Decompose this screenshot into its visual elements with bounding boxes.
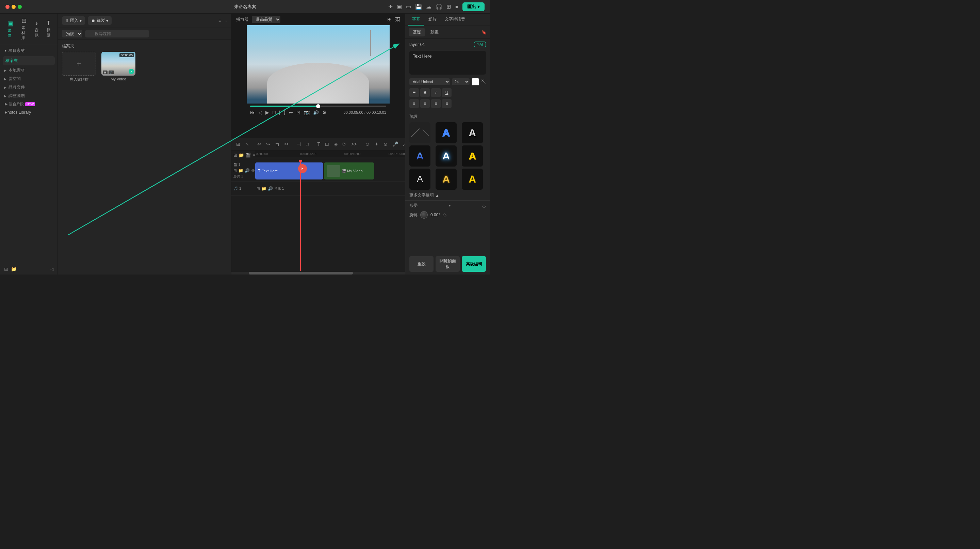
add-media-item[interactable]: + 導入媒體檔 [62,52,96,82]
tl-crop-button[interactable]: ⊡ [324,140,331,147]
add-track-icon-button[interactable]: ⊞ [234,153,237,158]
tl-undo-button[interactable]: ↩ [256,140,263,147]
add-video-icon-button[interactable]: 🎬 [245,153,251,158]
save-icon[interactable]: 💾 [415,3,422,10]
sidebar-item-compound[interactable]: ▶ 複合片段 NEW [0,100,57,108]
align-justify-button[interactable]: ≡ [442,99,452,108]
tl-magic-button[interactable]: ✦ [373,140,380,147]
columns-btn[interactable]: ≣ [409,88,419,97]
filter-list-icon[interactable]: ≡ [218,18,221,23]
profile-icon[interactable]: ● [455,4,458,10]
tl-scrollbar-thumb[interactable] [249,272,353,274]
add-audio-icon-button[interactable]: 📁 [239,153,244,158]
toolbar-audio[interactable]: ♪ 音訊 [30,18,43,39]
track-volume-icon[interactable]: 🔊 [245,168,250,173]
monitor-icon[interactable]: ▭ [406,3,411,10]
record-button[interactable]: ⏺ 錄製 ▾ [88,16,111,25]
audio-add-icon[interactable]: ⊞ [256,186,260,191]
underline-button[interactable]: U [442,88,452,97]
preset-a6[interactable]: A [409,169,430,190]
video-media-item[interactable]: 00:00:05 ▣ 🎵 ✓ My Video [102,52,135,82]
toolbar-library[interactable]: ⊞ 素材庫 [18,16,30,42]
more-options-icon[interactable]: ··· [224,18,227,23]
cloud-icon[interactable]: ☁ [426,3,431,10]
sidebar-collapse-icon[interactable]: ▾ [5,49,6,53]
eyedropper-button[interactable]: ⛏ [481,79,486,85]
photo-icon[interactable]: 🖼 [395,16,400,22]
italic-button[interactable]: I [431,88,441,97]
text-preview-box[interactable]: Text Here [409,51,486,75]
tl-cut-button[interactable]: ✂ [283,140,290,147]
track-add-icon[interactable]: ⊞ [234,168,237,173]
bookmark-icon[interactable]: 🔖 [482,30,487,35]
sidebar-item-local[interactable]: ▶ 本地素材 [0,66,57,75]
align-right-button[interactable]: ≡ [431,99,441,108]
sidebar-item-adjust[interactable]: ▶ 調整圖層 [0,92,57,100]
preset-none[interactable] [409,122,430,144]
audio-folder-icon[interactable]: 📁 [261,186,266,191]
search-input[interactable] [85,30,149,37]
more-options-row[interactable]: 更多文字選項 ▲ [405,191,490,199]
tl-split-button[interactable]: ⊣ [295,140,302,147]
subtitles-icon[interactable]: ▣ [397,3,402,10]
keyframe-panel-button[interactable]: 關鍵幀面板 [436,256,460,272]
tl-mask-button[interactable]: ◈ [332,140,339,147]
preset-a5[interactable]: A [462,145,483,166]
volume-button[interactable]: 🔊 [313,110,319,115]
tab-subtitles[interactable]: 字幕 [408,14,424,26]
quality-select[interactable]: 最高品質 [252,16,280,23]
step-back-button[interactable]: ⏮ [250,110,255,115]
sidebar-item-photos[interactable]: Photos Library [0,108,57,117]
tl-delete-button[interactable]: 🗑 [274,140,281,147]
video-clip[interactable]: 🎬 My Video [324,163,374,179]
tl-reverse-button[interactable]: ⟳ [341,140,348,147]
maximize-button[interactable] [18,5,22,9]
font-select[interactable]: Arial Unicod [409,78,450,85]
headphones-icon[interactable]: 🎧 [436,3,442,10]
mark-in-button[interactable]: { [279,110,280,115]
tl-text-button[interactable]: T [316,140,322,147]
import-button[interactable]: ⬆ 匯入 ▾ [62,16,85,25]
playhead[interactable] [300,160,301,271]
stop-button[interactable]: □ [272,110,275,115]
close-button[interactable] [5,5,10,9]
snapshot-button[interactable]: 📷 [304,110,310,115]
progress-bar[interactable] [250,105,386,107]
video-thumb[interactable]: 00:00:05 ▣ 🎵 ✓ [102,52,135,76]
settings-button[interactable]: ⚙ [322,110,327,115]
play-button[interactable]: ▶ [266,110,269,115]
sidebar-collapse-button[interactable]: ◁ [50,267,53,271]
size-select[interactable]: 24 [452,78,469,85]
insert-button[interactable]: ↦ [289,110,293,115]
text-clip[interactable]: T Text Here [255,163,323,179]
tl-face-button[interactable]: ☺ [363,140,371,147]
advanced-edit-button[interactable]: 高級編輯 [462,256,486,272]
preset-select[interactable]: 預設 [62,30,82,37]
tl-shield-button[interactable]: ⊙ [382,140,389,147]
audio-volume-icon[interactable]: 🔊 [268,186,273,191]
sidebar-item-brand[interactable]: ▶ 品牌套件 [0,83,57,92]
preset-a3[interactable]: A [409,145,430,166]
preset-a7[interactable]: A [436,169,457,190]
track-eye-icon[interactable]: 👁 [251,168,255,173]
export-button[interactable]: 匯出 ▾ [463,2,485,11]
tab-tts[interactable]: 文字轉語音 [441,14,469,26]
sidebar-item-folder[interactable]: 檔案夾 [3,56,55,65]
preset-a2[interactable]: A [462,122,483,144]
play-back-button[interactable]: ◁ [258,110,262,115]
reset-button[interactable]: 重設 [409,256,434,272]
add-folder-icon[interactable]: ⊞ [4,267,8,272]
grid-view-icon[interactable]: ⊞ [387,16,392,22]
tl-mic-button[interactable]: 🎤 [391,140,399,147]
rotate-knob[interactable] [420,211,428,219]
bold-button[interactable]: B [420,88,430,97]
transform-keyframe-button[interactable]: ◇ [482,203,486,208]
folder-icon[interactable]: 📁 [11,267,17,272]
color-swatch[interactable] [472,78,479,86]
grid-icon[interactable]: ⊞ [447,3,451,10]
align-center-button[interactable]: ≡ [420,99,430,108]
toolbar-media[interactable]: ▣ 媒體 [3,18,18,40]
preset-a8[interactable]: A [462,169,483,190]
ai-edit-button[interactable]: ✎AI [474,41,486,47]
align-left-button[interactable]: ≡ [409,99,419,108]
